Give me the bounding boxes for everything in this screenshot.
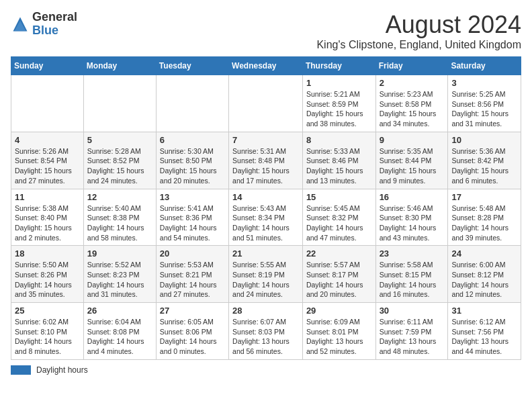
day-cell: 2Sunrise: 5:23 AM Sunset: 8:58 PM Daylig… (375, 75, 448, 132)
col-header-friday: Friday (375, 57, 448, 75)
day-info: Sunrise: 5:57 AM Sunset: 8:17 PM Dayligh… (306, 260, 372, 300)
day-number: 9 (380, 135, 445, 145)
logo-text: General Blue (32, 11, 77, 38)
col-header-sunday: Sunday (11, 57, 84, 75)
day-number: 19 (87, 248, 152, 259)
day-number: 10 (451, 135, 517, 145)
col-header-monday: Monday (83, 57, 156, 75)
day-info: Sunrise: 5:45 AM Sunset: 8:32 PM Dayligh… (306, 203, 372, 243)
day-number: 7 (232, 135, 299, 145)
day-info: Sunrise: 5:55 AM Sunset: 8:19 PM Dayligh… (232, 260, 299, 300)
day-info: Sunrise: 5:53 AM Sunset: 8:21 PM Dayligh… (160, 260, 225, 300)
day-cell: 12Sunrise: 5:40 AM Sunset: 8:38 PM Dayli… (83, 189, 156, 246)
day-info: Sunrise: 5:26 AM Sunset: 8:54 PM Dayligh… (15, 146, 80, 186)
day-info: Sunrise: 6:07 AM Sunset: 8:03 PM Dayligh… (232, 317, 299, 357)
day-cell: 22Sunrise: 5:57 AM Sunset: 8:17 PM Dayli… (302, 246, 375, 303)
day-info: Sunrise: 5:58 AM Sunset: 8:15 PM Dayligh… (380, 260, 445, 300)
day-cell (11, 75, 84, 132)
logo-general-text: General (32, 11, 77, 24)
day-cell: 18Sunrise: 5:50 AM Sunset: 8:26 PM Dayli… (11, 246, 84, 303)
logo-icon (11, 15, 30, 34)
day-info: Sunrise: 5:38 AM Sunset: 8:40 PM Dayligh… (15, 203, 80, 243)
logo: General Blue (11, 11, 77, 38)
day-cell: 1Sunrise: 5:21 AM Sunset: 8:59 PM Daylig… (302, 75, 375, 132)
day-cell: 5Sunrise: 5:28 AM Sunset: 8:52 PM Daylig… (83, 132, 156, 189)
day-cell: 19Sunrise: 5:52 AM Sunset: 8:23 PM Dayli… (83, 246, 156, 303)
day-cell (229, 75, 303, 132)
day-cell: 11Sunrise: 5:38 AM Sunset: 8:40 PM Dayli… (11, 189, 84, 246)
location-subtitle: King's Clipstone, England, United Kingdo… (316, 39, 521, 51)
day-number: 18 (15, 248, 80, 259)
day-number: 21 (232, 248, 299, 259)
week-row-2: 4Sunrise: 5:26 AM Sunset: 8:54 PM Daylig… (11, 132, 521, 189)
day-number: 8 (306, 135, 372, 145)
day-info: Sunrise: 6:11 AM Sunset: 7:59 PM Dayligh… (380, 317, 445, 357)
day-info: Sunrise: 6:00 AM Sunset: 8:12 PM Dayligh… (451, 260, 517, 300)
day-info: Sunrise: 5:35 AM Sunset: 8:44 PM Dayligh… (380, 146, 445, 186)
day-number: 2 (380, 78, 445, 88)
day-number: 12 (87, 192, 152, 202)
day-cell: 17Sunrise: 5:48 AM Sunset: 8:28 PM Dayli… (448, 189, 521, 246)
header-row: SundayMondayTuesdayWednesdayThursdayFrid… (11, 57, 521, 75)
day-number: 1 (306, 78, 372, 88)
day-cell: 6Sunrise: 5:30 AM Sunset: 8:50 PM Daylig… (156, 132, 228, 189)
col-header-tuesday: Tuesday (156, 57, 228, 75)
day-number: 23 (380, 248, 445, 259)
day-info: Sunrise: 6:12 AM Sunset: 7:56 PM Dayligh… (451, 317, 517, 357)
day-cell: 14Sunrise: 5:43 AM Sunset: 8:34 PM Dayli… (229, 189, 303, 246)
day-info: Sunrise: 5:41 AM Sunset: 8:36 PM Dayligh… (160, 203, 225, 243)
day-info: Sunrise: 6:04 AM Sunset: 8:08 PM Dayligh… (87, 317, 152, 357)
day-cell: 25Sunrise: 6:02 AM Sunset: 8:10 PM Dayli… (11, 303, 84, 360)
day-cell: 30Sunrise: 6:11 AM Sunset: 7:59 PM Dayli… (375, 303, 448, 360)
day-info: Sunrise: 5:28 AM Sunset: 8:52 PM Dayligh… (87, 146, 152, 186)
day-cell: 9Sunrise: 5:35 AM Sunset: 8:44 PM Daylig… (375, 132, 448, 189)
day-number: 31 (451, 306, 517, 316)
day-number: 27 (160, 306, 225, 316)
day-info: Sunrise: 5:48 AM Sunset: 8:28 PM Dayligh… (451, 203, 517, 243)
legend: Daylight hours (11, 365, 521, 375)
day-info: Sunrise: 6:09 AM Sunset: 8:01 PM Dayligh… (306, 317, 372, 357)
day-cell: 24Sunrise: 6:00 AM Sunset: 8:12 PM Dayli… (448, 246, 521, 303)
day-info: Sunrise: 5:50 AM Sunset: 8:26 PM Dayligh… (15, 260, 80, 300)
day-info: Sunrise: 5:30 AM Sunset: 8:50 PM Dayligh… (160, 146, 225, 186)
title-area: August 2024 King's Clipstone, England, U… (316, 11, 521, 51)
day-cell: 4Sunrise: 5:26 AM Sunset: 8:54 PM Daylig… (11, 132, 84, 189)
day-number: 6 (160, 135, 225, 145)
week-row-5: 25Sunrise: 6:02 AM Sunset: 8:10 PM Dayli… (11, 303, 521, 360)
week-row-1: 1Sunrise: 5:21 AM Sunset: 8:59 PM Daylig… (11, 75, 521, 132)
day-cell: 13Sunrise: 5:41 AM Sunset: 8:36 PM Dayli… (156, 189, 228, 246)
day-number: 5 (87, 135, 152, 145)
calendar-table: SundayMondayTuesdayWednesdayThursdayFrid… (11, 56, 521, 360)
day-number: 4 (15, 135, 80, 145)
day-number: 25 (15, 306, 80, 316)
day-info: Sunrise: 5:23 AM Sunset: 8:58 PM Dayligh… (380, 89, 445, 129)
day-number: 15 (306, 192, 372, 202)
day-cell: 31Sunrise: 6:12 AM Sunset: 7:56 PM Dayli… (448, 303, 521, 360)
day-info: Sunrise: 5:21 AM Sunset: 8:59 PM Dayligh… (306, 89, 372, 129)
day-info: Sunrise: 5:43 AM Sunset: 8:34 PM Dayligh… (232, 203, 299, 243)
day-info: Sunrise: 6:05 AM Sunset: 8:06 PM Dayligh… (160, 317, 225, 357)
day-info: Sunrise: 5:46 AM Sunset: 8:30 PM Dayligh… (380, 203, 445, 243)
day-info: Sunrise: 5:52 AM Sunset: 8:23 PM Dayligh… (87, 260, 152, 300)
day-number: 28 (232, 306, 299, 316)
day-cell: 27Sunrise: 6:05 AM Sunset: 8:06 PM Dayli… (156, 303, 228, 360)
legend-box (11, 365, 31, 375)
day-cell: 16Sunrise: 5:46 AM Sunset: 8:30 PM Dayli… (375, 189, 448, 246)
day-number: 13 (160, 192, 225, 202)
header: General Blue August 2024 King's Clipston… (11, 11, 521, 51)
day-number: 14 (232, 192, 299, 202)
day-cell: 3Sunrise: 5:25 AM Sunset: 8:56 PM Daylig… (448, 75, 521, 132)
day-cell (83, 75, 156, 132)
day-number: 24 (451, 248, 517, 259)
day-number: 3 (451, 78, 517, 88)
day-number: 20 (160, 248, 225, 259)
week-row-3: 11Sunrise: 5:38 AM Sunset: 8:40 PM Dayli… (11, 189, 521, 246)
day-info: Sunrise: 5:33 AM Sunset: 8:46 PM Dayligh… (306, 146, 372, 186)
day-number: 22 (306, 248, 372, 259)
day-cell: 21Sunrise: 5:55 AM Sunset: 8:19 PM Dayli… (229, 246, 303, 303)
day-cell: 23Sunrise: 5:58 AM Sunset: 8:15 PM Dayli… (375, 246, 448, 303)
day-cell: 20Sunrise: 5:53 AM Sunset: 8:21 PM Dayli… (156, 246, 228, 303)
day-number: 26 (87, 306, 152, 316)
day-cell: 10Sunrise: 5:36 AM Sunset: 8:42 PM Dayli… (448, 132, 521, 189)
day-number: 30 (380, 306, 445, 316)
